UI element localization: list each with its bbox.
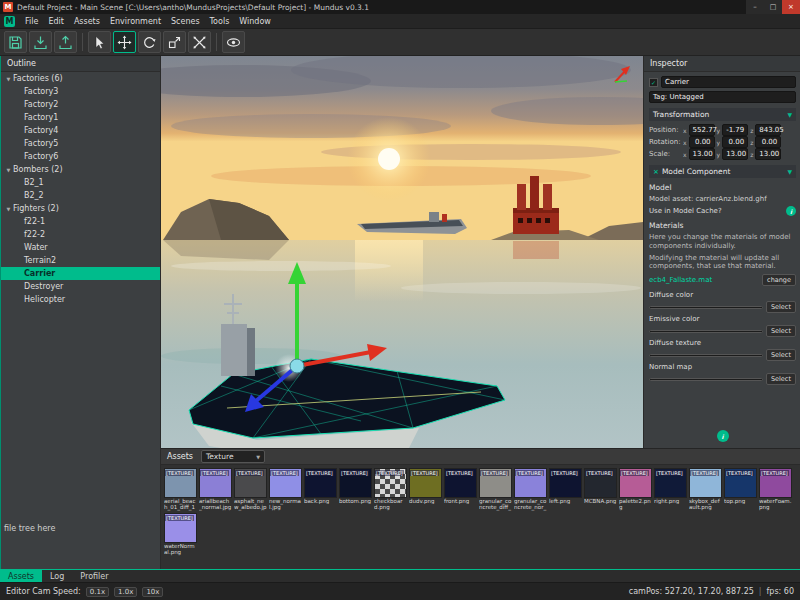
texture-thumbnail[interactable]: [TEXTURE] — [724, 468, 757, 498]
texture-asset[interactable]: [TEXTURE] left.png — [549, 468, 582, 511]
rotate-tool-button[interactable] — [138, 31, 161, 53]
asset-type-dropdown[interactable]: Texture ▼ — [201, 450, 265, 463]
y-input[interactable]: 0.00 — [722, 136, 748, 148]
expand-arrow-icon[interactable]: ▼ — [4, 206, 13, 212]
z-input[interactable]: 13.00 — [755, 148, 781, 160]
texture-thumbnail[interactable]: [TEXTURE] — [339, 468, 372, 498]
menu-item[interactable]: File — [20, 17, 43, 26]
expand-arrow-icon[interactable]: ▼ — [4, 76, 13, 82]
tree-item[interactable]: B2_2 — [1, 189, 160, 202]
texture-thumbnail[interactable]: [TEXTURE] — [164, 513, 197, 543]
x-input[interactable]: 552.77 — [689, 124, 715, 136]
texture-thumbnail[interactable]: [TEXTURE] — [759, 468, 792, 498]
menu-item[interactable]: Window — [234, 17, 276, 26]
save-button[interactable] — [4, 31, 27, 53]
tree-item[interactable]: Factory5 — [1, 137, 160, 150]
texture-thumbnail[interactable]: [TEXTURE] — [374, 468, 407, 498]
texture-thumbnail[interactable]: [TEXTURE] — [199, 468, 232, 498]
menu-item[interactable]: Tools — [205, 17, 235, 26]
texture-asset[interactable]: [TEXTURE] dudv.png — [409, 468, 442, 511]
tree-item[interactable]: Factory4 — [1, 124, 160, 137]
texture-thumbnail[interactable]: [TEXTURE] — [584, 468, 617, 498]
texture-asset[interactable]: [TEXTURE] ariallbeach_normal.jpg — [199, 468, 232, 511]
select-tool-button[interactable] — [88, 31, 111, 53]
close-button[interactable]: × — [782, 0, 800, 14]
texture-thumbnail[interactable]: [TEXTURE] — [514, 468, 547, 498]
tree-item[interactable]: ▼ Fighters (2) — [1, 202, 160, 215]
info-icon[interactable]: i — [717, 430, 729, 442]
y-input[interactable]: 13.00 — [722, 148, 748, 160]
texture-asset[interactable]: [TEXTURE] front.png — [444, 468, 477, 511]
texture-asset[interactable]: [TEXTURE] top.png — [724, 468, 757, 511]
texture-thumbnail[interactable]: [TEXTURE] — [304, 468, 337, 498]
texture-asset[interactable]: [TEXTURE] MCBNA.png — [584, 468, 617, 511]
maximize-button[interactable]: □ — [764, 0, 782, 14]
texture-thumbnail[interactable]: [TEXTURE] — [549, 468, 582, 498]
texture-asset[interactable]: [TEXTURE] palette2.png — [619, 468, 652, 511]
chevron-down-icon[interactable]: ▼ — [787, 168, 792, 175]
cam-speed-1x-button[interactable]: 1.0x — [114, 587, 137, 597]
x-input[interactable]: 0.00 — [689, 136, 715, 148]
select-button[interactable]: Select — [766, 349, 796, 361]
tree-item[interactable]: Terrain2 — [1, 254, 160, 267]
cam-speed-10x-button[interactable]: 10x — [142, 587, 163, 597]
select-button[interactable]: Select — [766, 325, 796, 337]
menu-item[interactable]: Edit — [43, 17, 69, 26]
chevron-down-icon[interactable]: ▼ — [787, 111, 792, 118]
menu-item[interactable]: Assets — [69, 17, 105, 26]
texture-thumbnail[interactable]: [TEXTURE] — [479, 468, 512, 498]
texture-thumbnail[interactable]: [TEXTURE] — [654, 468, 687, 498]
export-button[interactable] — [54, 31, 77, 53]
name-field[interactable]: Carrier — [661, 76, 796, 88]
remove-component-icon[interactable]: × — [653, 168, 659, 176]
z-input[interactable]: 0.00 — [755, 136, 781, 148]
texture-asset[interactable]: [TEXTURE] waterFoam.png — [759, 468, 792, 511]
texture-thumbnail[interactable]: [TEXTURE] — [409, 468, 442, 498]
select-button[interactable]: Select — [766, 373, 796, 385]
move-tool-button[interactable] — [113, 31, 136, 53]
texture-thumbnail[interactable]: [TEXTURE] — [444, 468, 477, 498]
menu-item[interactable]: Scenes — [166, 17, 205, 26]
select-button[interactable]: Select — [766, 301, 796, 313]
material-field-bar[interactable] — [649, 354, 763, 357]
tree-item[interactable]: f22-2 — [1, 228, 160, 241]
texture-thumbnail[interactable]: [TEXTURE] — [619, 468, 652, 498]
texture-asset[interactable]: [TEXTURE] new_normal.jpg — [269, 468, 302, 511]
tree-item[interactable]: f22-1 — [1, 215, 160, 228]
tree-item[interactable]: Factory2 — [1, 98, 160, 111]
tree-item[interactable]: Factory3 — [1, 85, 160, 98]
texture-asset[interactable]: [TEXTURE] aerial_beach_01_diff_1k.jpg — [164, 468, 197, 511]
material-link[interactable]: ecb4_Fallaste.mat — [649, 276, 712, 284]
visibility-toggle-button[interactable] — [222, 31, 245, 53]
bottom-tab[interactable]: Assets — [0, 570, 42, 582]
texture-thumbnail[interactable]: [TEXTURE] — [164, 468, 197, 498]
texture-asset[interactable]: [TEXTURE] waterNormal.png — [164, 513, 197, 556]
texture-thumbnail[interactable]: [TEXTURE] — [234, 468, 267, 498]
texture-thumbnail[interactable]: [TEXTURE] — [269, 468, 302, 498]
info-icon[interactable]: i — [786, 206, 796, 216]
active-checkbox[interactable]: ✓ — [649, 78, 658, 87]
import-button[interactable] — [29, 31, 52, 53]
texture-asset[interactable]: [TEXTURE] skybox_default.png — [689, 468, 722, 511]
menu-item[interactable]: Environment — [105, 17, 166, 26]
tree-item[interactable]: ▼ Factories (6) — [1, 72, 160, 85]
texture-asset[interactable]: [TEXTURE] checkboard.png — [374, 468, 407, 511]
texture-asset[interactable]: [TEXTURE] asphalt_new_albedo.jpg — [234, 468, 267, 511]
material-field-bar[interactable] — [649, 378, 763, 381]
x-input[interactable]: 13.00 — [689, 148, 715, 160]
tree-item[interactable]: Helicopter — [1, 293, 160, 306]
tree-item[interactable]: Factory6 — [1, 150, 160, 163]
texture-asset[interactable]: [TEXTURE] granular_concrete_diff_1k.jpg — [479, 468, 512, 511]
material-field-bar[interactable] — [649, 306, 763, 309]
y-input[interactable]: -1.79 — [722, 124, 748, 136]
texture-asset[interactable]: [TEXTURE] right.png — [654, 468, 687, 511]
tree-item[interactable]: Carrier — [1, 267, 160, 280]
minimize-button[interactable]: – — [746, 0, 764, 14]
texture-asset[interactable]: [TEXTURE] bottom.png — [339, 468, 372, 511]
tree-item[interactable]: ▼ Bombers (2) — [1, 163, 160, 176]
expand-arrow-icon[interactable]: ▼ — [4, 167, 13, 173]
texture-asset[interactable]: [TEXTURE] back.png — [304, 468, 337, 511]
texture-asset[interactable]: [TEXTURE] granular_concrete_nor_gl_1k.jp… — [514, 468, 547, 511]
z-input[interactable]: 843.05 — [755, 124, 781, 136]
viewport-canvas[interactable] — [161, 56, 643, 448]
